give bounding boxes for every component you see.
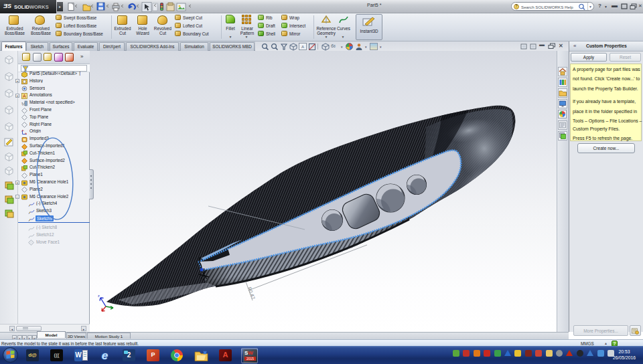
svg-text:A: A [23,94,26,98]
svg-text:R0.47: R0.47 [247,286,256,300]
svg-text:z: z [98,294,100,298]
